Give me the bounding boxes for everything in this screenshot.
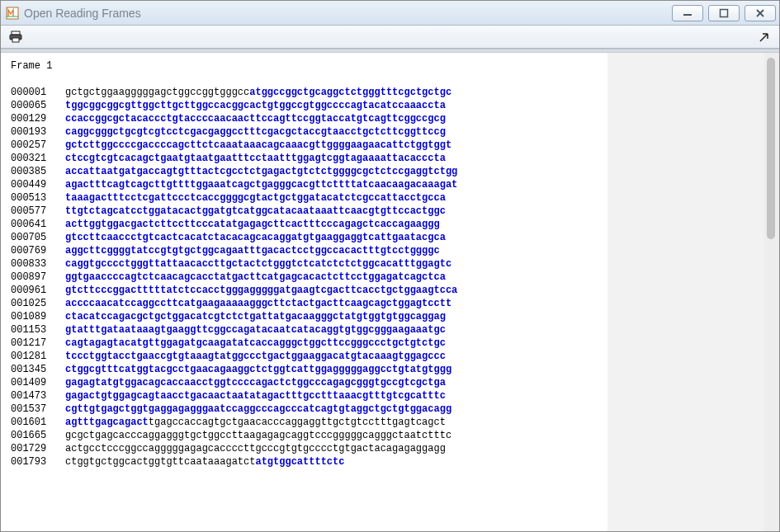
position-label: 001537 bbox=[11, 403, 65, 416]
sequence-line: 000385accattaatgatgaccagtgtttactcgcctctg… bbox=[11, 165, 607, 178]
sequence-line: 000961gtcttcccggactttttatctccacctgggaggg… bbox=[11, 284, 607, 297]
position-label: 000129 bbox=[11, 112, 65, 125]
scrollbar-thumb[interactable] bbox=[767, 58, 775, 239]
dock-arrow-icon[interactable] bbox=[756, 29, 773, 45]
orf-sequence: caggtgcccctgggttattaacaccttgctactctgggtc… bbox=[65, 258, 451, 270]
non-orf-sequence: gctgctggaagggggagctggccggtgggcc bbox=[65, 87, 249, 98]
sequence-line: 000001gctgctggaagggggagctggccggtgggccatg… bbox=[11, 86, 607, 99]
orf-sequence: tccctggtacctgaaccgtgtaaagtatggccctgactgg… bbox=[65, 351, 446, 362]
position-label: 000065 bbox=[11, 99, 65, 112]
orf-sequence: gtccttcaaccctgtcactcacatctacacagcacaggat… bbox=[65, 232, 446, 243]
orf-sequence: ccaccggcgctacaccctgtaccccaacaacttccagttc… bbox=[65, 113, 446, 125]
sequence-line: 000833caggtgcccctgggttattaacaccttgctactc… bbox=[11, 257, 607, 271]
orf-sequence: agactttcagtcagcttgttttggaaatcagctgagggca… bbox=[65, 179, 457, 191]
position-label: 001281 bbox=[11, 350, 65, 363]
position-label: 001793 bbox=[11, 455, 65, 468]
orf-sequence: taaagactttcctcgattccctcaccggggcgtactgctg… bbox=[65, 192, 446, 204]
orf-sequence: gagagtatgtggacagcaccaacctggtccccagactctg… bbox=[65, 377, 446, 388]
orf-sequence: cgttgtgagctggtgaggagagggaatccaggcccagccc… bbox=[65, 403, 451, 415]
position-label: 000705 bbox=[11, 231, 65, 244]
non-orf-sequence: gcgctgagcacccaggagggtgctggccttaagagagcag… bbox=[65, 430, 451, 441]
position-label: 000449 bbox=[11, 178, 65, 191]
orf-sequence: ctacatccagacgctgctggacatcgtctctgattatgac… bbox=[65, 311, 446, 322]
sequence-line: 001089ctacatccagacgctgctggacatcgtctctgat… bbox=[11, 310, 607, 323]
sequence-line: 000129ccaccggcgctacaccctgtaccccaacaacttc… bbox=[11, 112, 607, 125]
non-orf-sequence: actgcctcccggccagggggagagcaccccttgcccgtgt… bbox=[65, 443, 446, 454]
sequence-line: 001601agtttgagcagacttgagccaccagtgctgaaca… bbox=[11, 416, 607, 429]
sequence-line: 000769aggcttcggggtatccgtgtgctggcagaatttg… bbox=[11, 244, 607, 257]
non-orf-sequence: tgagccaccagtgctgaacacccaggaggttgctgtcctt… bbox=[149, 417, 446, 428]
orf-sequence: tggcggcggcgttggcttgcttggccacggcactgtggcc… bbox=[65, 100, 446, 111]
sequence-line: 000257gctcttggccccgaccccagcttctcaaataaac… bbox=[11, 139, 607, 152]
position-label: 001089 bbox=[11, 310, 65, 323]
position-label: 000641 bbox=[11, 218, 65, 231]
sequence-line: 000193caggcgggctgcgtcgtcctcgacgaggcctttc… bbox=[11, 125, 607, 139]
window-controls bbox=[672, 5, 776, 21]
window-title: Open Reading Frames bbox=[24, 7, 672, 20]
sequence-line: 001665gcgctgagcacccaggagggtgctggccttaaga… bbox=[11, 429, 607, 442]
svg-rect-1 bbox=[683, 14, 692, 16]
orf-sequence: gtatttgataataaagtgaaggttcggccagatacaatca… bbox=[65, 324, 446, 336]
position-label: 001665 bbox=[11, 429, 65, 442]
toolbar bbox=[1, 26, 779, 49]
sequence-line: 000641acttggtggacgactcttccttcccatatgagag… bbox=[11, 218, 607, 231]
position-label: 001473 bbox=[11, 389, 65, 403]
orf-sequence: acttggtggacgactcttccttcccatatgagagcttcac… bbox=[65, 219, 440, 230]
position-label: 001729 bbox=[11, 442, 65, 455]
scrollbar-track[interactable] bbox=[764, 53, 779, 531]
position-label: 000385 bbox=[11, 165, 65, 178]
sequence-line: 000449agactttcagtcagcttgttttggaaatcagctg… bbox=[11, 178, 607, 191]
sequence-line: 001281tccctggtacctgaaccgtgtaaagtatggccct… bbox=[11, 350, 607, 363]
position-label: 000257 bbox=[11, 139, 65, 152]
sequence-line: 001473gagactgtggagcagtaacctgacaactaatata… bbox=[11, 389, 607, 403]
app-window: Open Reading Frames bbox=[0, 0, 780, 532]
svg-rect-5 bbox=[12, 38, 19, 42]
orf-sequence: caggcgggctgcgtcgtcctcgacgaggcctttcgacgct… bbox=[65, 126, 446, 138]
orf-sequence: agtttgagcagact bbox=[65, 417, 149, 428]
orf-sequence: ggtgaaccccagtctcaacagcacctatgacttcatgagc… bbox=[65, 271, 446, 283]
non-orf-sequence: ctggtgctggcactggtgttcaataaagatct bbox=[65, 456, 255, 468]
right-margin bbox=[607, 53, 764, 531]
orf-sequence: accccaacatccaggccttcatgaagaaaaagggcttcta… bbox=[65, 298, 451, 309]
sequence-line: 001729actgcctcccggccagggggagagcaccccttgc… bbox=[11, 442, 607, 455]
sequence-line: 001153gtatttgataataaagtgaaggttcggccagata… bbox=[11, 323, 607, 337]
sequence-line: 001537cgttgtgagctggtgaggagagggaatccaggcc… bbox=[11, 403, 607, 416]
sequence-line: 000705gtccttcaaccctgtcactcacatctacacagca… bbox=[11, 231, 607, 244]
minimize-button[interactable] bbox=[672, 5, 703, 21]
title-bar: Open Reading Frames bbox=[1, 1, 779, 26]
position-label: 000961 bbox=[11, 284, 65, 297]
position-label: 000193 bbox=[11, 125, 65, 139]
position-label: 001601 bbox=[11, 416, 65, 429]
maximize-button[interactable] bbox=[708, 5, 740, 21]
orf-sequence: accattaatgatgaccagtgtttactcgcctctgagactg… bbox=[65, 166, 457, 177]
print-button[interactable] bbox=[7, 29, 24, 45]
content-wrapper: Frame 1000001gctgctggaagggggagctggccggtg… bbox=[1, 53, 779, 531]
orf-sequence: ttgtctagcatcctggatacactggatgtcatggcataca… bbox=[65, 205, 446, 217]
sequence-line: 001793ctggtgctggcactggtgttcaataaagatctat… bbox=[11, 455, 607, 468]
position-label: 000513 bbox=[11, 191, 65, 205]
position-label: 000769 bbox=[11, 244, 65, 257]
orf-sequence: aggcttcggggtatccgtgtgctggcagaatttgacactc… bbox=[65, 245, 440, 257]
frame-header: Frame 1 bbox=[11, 59, 607, 73]
close-button[interactable] bbox=[745, 5, 776, 21]
sequence-line: 001025accccaacatccaggccttcatgaagaaaaaggg… bbox=[11, 297, 607, 310]
position-label: 000321 bbox=[11, 152, 65, 165]
sequence-line: 000065tggcggcggcgttggcttgcttggccacggcact… bbox=[11, 99, 607, 112]
svg-rect-3 bbox=[12, 31, 20, 35]
sequence-line: 000577ttgtctagcatcctggatacactggatgtcatgg… bbox=[11, 205, 607, 218]
sequence-line: 000897ggtgaaccccagtctcaacagcacctatgacttc… bbox=[11, 271, 607, 284]
sequence-viewer: Frame 1000001gctgctggaagggggagctggccggtg… bbox=[1, 53, 607, 531]
sequence-line: 000321ctccgtcgtcacagctgaatgtaatgaatttcct… bbox=[11, 152, 607, 165]
position-label: 001153 bbox=[11, 323, 65, 337]
orf-sequence: gtcttcccggactttttatctccacctgggagggggatga… bbox=[65, 285, 457, 296]
sequence-line: 000513taaagactttcctcgattccctcaccggggcgta… bbox=[11, 191, 607, 205]
orf-sequence: ctccgtcgtcacagctgaatgtaatgaatttcctaatttg… bbox=[65, 153, 446, 164]
orf-sequence: gagactgtggagcagtaacctgacaactaatatagacttt… bbox=[65, 390, 446, 402]
position-label: 000577 bbox=[11, 205, 65, 218]
position-label: 000833 bbox=[11, 257, 65, 271]
app-icon bbox=[6, 7, 19, 20]
orf-sequence: atggccggctgcaggctctgggtttcgctgctgc bbox=[249, 87, 451, 98]
sequence-line: 001409gagagtatgtggacagcaccaacctggtccccag… bbox=[11, 376, 607, 389]
position-label: 001025 bbox=[11, 297, 65, 310]
position-label: 001345 bbox=[11, 363, 65, 376]
